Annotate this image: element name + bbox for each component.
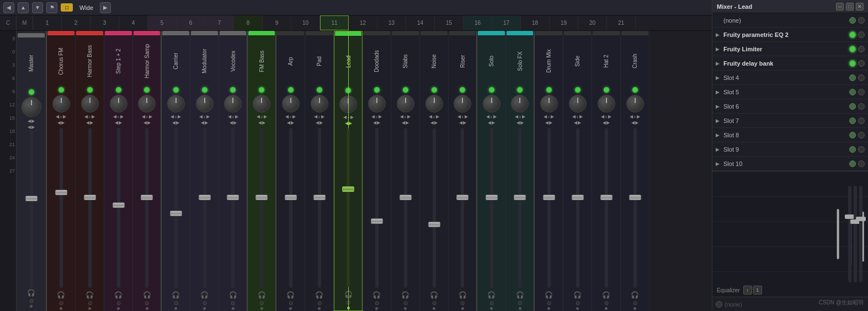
ch9-thumb[interactable] xyxy=(285,195,297,200)
ch3-knob[interactable] xyxy=(110,95,127,112)
ch10-fader[interactable] xyxy=(318,128,321,288)
ch5-headphone-icon[interactable]: 🎧 xyxy=(172,291,180,299)
ch9-knob[interactable] xyxy=(282,95,300,112)
ch8-target-icon[interactable]: ⊙ xyxy=(259,300,264,306)
ch21-target-icon[interactable]: ⊙ xyxy=(633,300,637,306)
channel-16[interactable]: Solo ◀⬦▶ ◀▶ 🎧 ⊙ xyxy=(477,31,506,311)
slot9-extra[interactable] xyxy=(858,146,865,153)
ch15-thumb[interactable] xyxy=(456,195,468,200)
plugin-slot-2[interactable]: ▶ Fruity Limiter xyxy=(712,42,868,56)
ch9-headphone-icon[interactable]: 🎧 xyxy=(286,291,295,299)
ch15-knob[interactable] xyxy=(454,95,471,112)
channel-4[interactable]: Harmor Samp ◀⬦▶ ◀▶ 🎧 ⊙ xyxy=(133,31,162,311)
ch7-knob[interactable] xyxy=(224,95,242,112)
ch14-headphone-icon[interactable]: 🎧 xyxy=(430,291,438,299)
ch2-target-icon[interactable]: ⊙ xyxy=(88,300,92,306)
ch5-fader[interactable] xyxy=(174,128,178,288)
channel-14[interactable]: Noise ◀⬦▶ ◀▶ 🎧 ⊙ xyxy=(420,31,449,311)
master-fader-thumb[interactable] xyxy=(25,196,38,201)
ch17-knob[interactable] xyxy=(511,95,529,112)
slot6-led[interactable] xyxy=(849,103,856,110)
master-knob[interactable] xyxy=(22,97,41,117)
slot7-extra[interactable] xyxy=(858,117,865,124)
ch1-thumb[interactable] xyxy=(55,190,67,195)
slot5-extra[interactable] xyxy=(858,89,865,95)
ch1-headphone-icon[interactable]: 🎧 xyxy=(57,291,65,299)
bottom-slot-led[interactable] xyxy=(716,301,722,308)
wide-label[interactable]: Wide xyxy=(76,3,97,12)
ch8-thumb[interactable] xyxy=(255,195,268,200)
down-btn[interactable]: ▼ xyxy=(32,2,43,13)
channel-21[interactable]: Crash ◀⬦▶ ◀▶ 🎧 ⊙ xyxy=(621,31,649,311)
ch4-knob[interactable] xyxy=(138,95,156,112)
master-fader-track[interactable] xyxy=(30,130,33,288)
slot6-extra[interactable] xyxy=(858,103,865,110)
channel-15[interactable]: Riser ◀⬦▶ ◀▶ 🎧 ⊙ xyxy=(449,31,477,311)
ch16-fader[interactable] xyxy=(490,128,493,288)
ch16-led[interactable] xyxy=(489,87,494,93)
ch11-target-icon[interactable]: ⊙ xyxy=(346,299,350,305)
ch4-headphone-icon[interactable]: 🎧 xyxy=(143,291,151,299)
slot5-led[interactable] xyxy=(849,89,856,95)
ch16-thumb[interactable] xyxy=(486,195,498,200)
ch8-led[interactable] xyxy=(259,87,264,93)
ch11-headphone-icon[interactable]: 🎧 xyxy=(344,291,353,298)
ch6-led[interactable] xyxy=(202,87,207,93)
ch13-headphone-icon[interactable]: 🎧 xyxy=(401,291,409,299)
slot10-extra[interactable] xyxy=(858,160,865,167)
ch7-led[interactable] xyxy=(230,87,236,93)
ch18-thumb[interactable] xyxy=(543,195,555,200)
ch21-headphone-icon[interactable]: 🎧 xyxy=(631,291,639,299)
ch16-knob[interactable] xyxy=(483,95,500,112)
ch20-fader[interactable] xyxy=(605,128,608,288)
ch5-target-icon[interactable]: ⊙ xyxy=(174,300,178,306)
ch21-knob[interactable] xyxy=(626,95,644,112)
ch2-thumb[interactable] xyxy=(84,195,96,200)
ch20-headphone-icon[interactable]: 🎧 xyxy=(602,291,610,299)
ch6-knob[interactable] xyxy=(196,95,214,112)
ch19-led[interactable] xyxy=(575,87,581,93)
ch15-led[interactable] xyxy=(460,87,465,93)
plugin-slot-4[interactable]: ▶ Slot 4 xyxy=(712,71,868,85)
slot0-extra-led[interactable] xyxy=(858,17,865,24)
eq-fader-2[interactable] xyxy=(854,186,857,282)
ch20-thumb[interactable] xyxy=(600,195,613,200)
slot7-led[interactable] xyxy=(849,117,856,124)
channel-1[interactable]: Chorus FM ◀⬦▶ ◀▶ 🎧 ⊙ xyxy=(47,31,76,311)
ch10-target-icon[interactable]: ⊙ xyxy=(317,300,322,306)
slot1-extra-led[interactable] xyxy=(858,31,865,38)
channel-8[interactable]: FM Bass ◀⬦▶ ◀▶ 🎧 ⊙ xyxy=(248,31,276,311)
flag-btn[interactable]: ⚑ xyxy=(46,2,57,13)
ch14-fader[interactable] xyxy=(433,128,436,288)
channel-5[interactable]: Carrier ◀⬦▶ ◀▶ 🎧 ⊙ xyxy=(162,31,190,311)
slot1-led[interactable] xyxy=(849,31,856,38)
ch12-knob[interactable] xyxy=(368,95,386,112)
ch5-knob[interactable] xyxy=(167,95,185,112)
ch3-thumb[interactable] xyxy=(113,202,125,208)
mode-square-btn[interactable]: □ xyxy=(61,3,73,12)
ch17-target-icon[interactable]: ⊙ xyxy=(518,300,522,306)
ch10-knob[interactable] xyxy=(311,95,328,112)
channel-17[interactable]: Solo FX ◀⬦▶ ◀▶ 🎧 ⊙ xyxy=(506,31,535,311)
ch20-target-icon[interactable]: ⊙ xyxy=(604,300,609,306)
maximize-btn[interactable]: □ xyxy=(846,3,854,10)
channel-10[interactable]: Pad ◀⬦▶ ◀▶ 🎧 ⊙ xyxy=(305,31,334,311)
ch21-thumb[interactable] xyxy=(629,195,641,200)
plugin-slot-0[interactable]: (none) xyxy=(712,13,868,28)
eq-fader-3[interactable] xyxy=(859,186,862,282)
ch13-fader[interactable] xyxy=(404,128,407,288)
ch14-knob[interactable] xyxy=(425,95,443,112)
ch6-headphone-icon[interactable]: 🎧 xyxy=(200,291,209,299)
ch7-target-icon[interactable]: ⊙ xyxy=(231,300,235,306)
plugin-slot-6[interactable]: ▶ Slot 6 xyxy=(712,99,868,114)
ch19-thumb[interactable] xyxy=(572,195,584,200)
slot10-led[interactable] xyxy=(849,160,856,167)
ch11-led[interactable] xyxy=(345,88,351,93)
ch18-headphone-icon[interactable]: 🎧 xyxy=(545,291,553,299)
plugin-slot-10[interactable]: ▶ Slot 10 xyxy=(712,157,868,171)
ch12-target-icon[interactable]: ⊙ xyxy=(375,300,379,306)
up-btn[interactable]: ▲ xyxy=(18,2,29,13)
ch4-led[interactable] xyxy=(144,87,150,93)
master-headphone-icon[interactable]: 🎧 xyxy=(27,289,35,297)
slot8-extra[interactable] xyxy=(858,132,865,138)
